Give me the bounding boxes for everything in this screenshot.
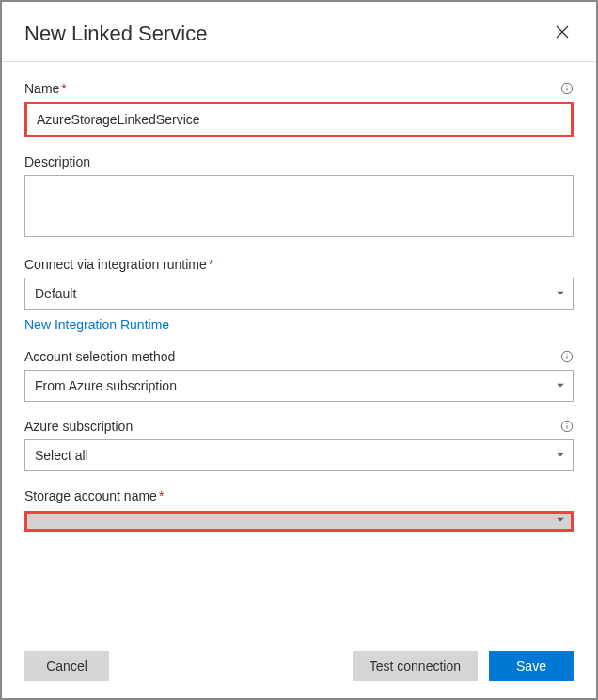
info-icon[interactable] (560, 350, 574, 363)
test-connection-button[interactable]: Test connection (353, 651, 478, 681)
runtime-select[interactable]: Default (24, 278, 574, 310)
account-method-label: Account selection method (24, 349, 175, 364)
subscription-label: Azure subscription (24, 419, 133, 434)
description-label: Description (24, 154, 90, 169)
cancel-button[interactable]: Cancel (24, 651, 109, 681)
svg-point-10 (566, 423, 567, 424)
storage-account-field: Storage account name* (24, 488, 574, 532)
runtime-label: Connect via integration runtime* (24, 257, 213, 272)
runtime-field: Connect via integration runtime* Default… (24, 257, 574, 332)
dialog-footer: Cancel Test connection Save (2, 634, 596, 698)
svg-point-7 (566, 354, 567, 355)
name-field: Name* (24, 81, 574, 137)
storage-account-select[interactable] (24, 511, 574, 532)
description-input[interactable] (24, 175, 574, 237)
dialog-title: New Linked Service (24, 22, 207, 46)
name-input[interactable] (24, 102, 574, 137)
dialog-header: New Linked Service (2, 2, 596, 62)
subscription-select[interactable]: Select all (24, 439, 574, 471)
close-button[interactable] (551, 21, 574, 46)
name-label: Name* (24, 81, 67, 96)
info-icon[interactable] (560, 82, 574, 95)
close-icon (555, 28, 570, 42)
dialog-content: Name* Description Connect via integratio… (2, 62, 596, 532)
info-icon[interactable] (560, 420, 574, 433)
svg-point-4 (566, 86, 567, 87)
account-method-field: Account selection method From Azure subs… (24, 349, 574, 402)
save-button[interactable]: Save (489, 651, 574, 681)
account-method-select[interactable]: From Azure subscription (24, 370, 574, 402)
new-runtime-link[interactable]: New Integration Runtime (24, 317, 169, 332)
storage-account-label: Storage account name* (24, 488, 164, 503)
description-field: Description (24, 154, 574, 240)
subscription-field: Azure subscription Select all (24, 419, 574, 471)
